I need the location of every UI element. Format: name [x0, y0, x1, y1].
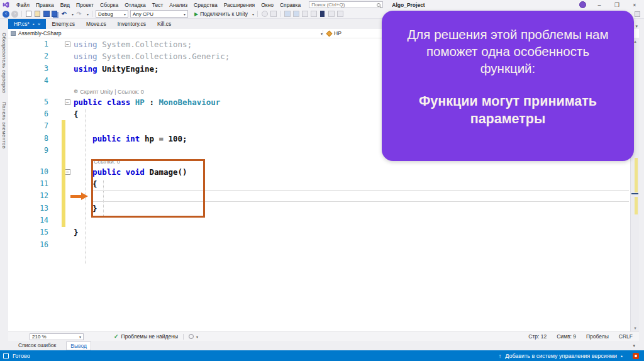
- uncomment-icon[interactable]: [310, 11, 317, 18]
- panel-collapse-icon[interactable]: ▾: [633, 343, 635, 348]
- menu-item-2[interactable]: Вид: [57, 2, 73, 8]
- menu-item-8[interactable]: Средства: [191, 2, 221, 8]
- bookmark-icon[interactable]: [319, 11, 326, 18]
- undo-dropdown-icon[interactable]: ▾: [72, 12, 74, 16]
- account-avatar[interactable]: [579, 1, 586, 8]
- tab-move-cs[interactable]: Move.cs: [80, 19, 112, 29]
- fold-column: [56, 226, 74, 238]
- tab-inventory-cs[interactable]: Inventory.cs: [112, 19, 152, 29]
- code-text: public int hp = 100;: [74, 133, 187, 145]
- line-number: 4: [8, 75, 56, 87]
- tab-overflow-icon[interactable]: ▾: [635, 24, 638, 29]
- code-health-icon[interactable]: [189, 334, 194, 339]
- attach-to-unity-button[interactable]: Подключить к Unity: [200, 11, 248, 17]
- project-dropdown[interactable]: Assembly-CSharp ▾: [8, 30, 323, 36]
- indent-increase-icon[interactable]: [284, 11, 291, 18]
- eol-mode[interactable]: CRLF: [619, 333, 633, 340]
- chevron-up-icon[interactable]: ▴: [621, 353, 623, 358]
- scroll-down-icon[interactable]: ▾: [631, 326, 639, 331]
- navigate-forward-icon[interactable]: ›: [11, 11, 18, 18]
- run-dropdown-icon[interactable]: ▾: [252, 12, 254, 16]
- send-feedback-icon[interactable]: [635, 11, 640, 17]
- code-line-16: 16: [8, 239, 630, 251]
- line-number: 11: [8, 178, 56, 190]
- platform-dropdown[interactable]: Any CPU ▾: [130, 10, 188, 18]
- line-number: 8: [8, 133, 56, 145]
- fold-column: [56, 63, 74, 75]
- next-bookmark-icon[interactable]: [336, 11, 343, 18]
- fold-collapse-icon[interactable]: −: [65, 169, 70, 175]
- panel-tab--[interactable]: Список ошибок: [14, 342, 60, 350]
- line-number: 13: [8, 203, 56, 214]
- fold-column: −: [56, 96, 74, 108]
- tab-enemy-cs[interactable]: Enemy.cs: [46, 19, 80, 29]
- menu-item-4[interactable]: Сборка: [97, 2, 121, 8]
- menu-item-7[interactable]: Анализ: [166, 2, 191, 8]
- menu-item-5[interactable]: Отладка: [121, 2, 149, 8]
- menu-item-6[interactable]: Тест: [149, 2, 167, 8]
- notifications-icon[interactable]: [633, 353, 639, 359]
- code-token: using: [74, 52, 97, 61]
- tab-kill-cs[interactable]: Kill.cs: [152, 19, 177, 29]
- menu-item-1[interactable]: Правка: [33, 2, 57, 8]
- code-token: public int: [92, 134, 140, 143]
- run-play-icon[interactable]: ▶: [194, 11, 198, 17]
- menu-item-9[interactable]: Расширения: [221, 2, 258, 8]
- pin-icon[interactable]: ▪: [33, 21, 35, 27]
- minimize-button[interactable]: –: [595, 2, 604, 8]
- undo-icon[interactable]: ↶: [60, 11, 67, 18]
- menu-item-3[interactable]: Проект: [73, 2, 97, 8]
- navigate-back-icon[interactable]: ‹: [3, 11, 9, 18]
- push-icon: ↑: [499, 353, 502, 359]
- close-tab-icon[interactable]: ×: [38, 21, 41, 27]
- sidebar-tab-0[interactable]: Обозреватель серверов: [1, 33, 7, 93]
- line-number: 10: [8, 166, 56, 178]
- fold-collapse-icon[interactable]: −: [65, 99, 70, 105]
- scrollbar-change-mark: [635, 158, 638, 192]
- window-title: Algo_Project: [392, 2, 425, 8]
- zoom-dropdown[interactable]: 210 % ▾: [30, 333, 84, 340]
- redo-dropdown-icon[interactable]: ▾: [87, 12, 89, 16]
- fold-column: −: [56, 38, 74, 50]
- scrollbar-change-mark: [635, 197, 638, 214]
- search-input[interactable]: Поиск (Ctrl+Q): [309, 1, 383, 8]
- indent-mode[interactable]: Пробелы: [586, 333, 609, 340]
- code-line-15: 15}: [8, 226, 630, 238]
- chevron-down-icon[interactable]: ▾: [196, 335, 198, 339]
- maximize-button[interactable]: ❐: [613, 2, 621, 8]
- line-number: 14: [8, 214, 56, 226]
- configuration-dropdown[interactable]: Debug ▾: [96, 10, 128, 18]
- comment-icon[interactable]: [301, 11, 308, 18]
- add-to-source-control-button[interactable]: Добавить в систему управления версиями: [505, 353, 617, 359]
- hot-reload-icon[interactable]: [261, 11, 268, 18]
- line-number: 16: [8, 239, 56, 251]
- save-all-icon[interactable]: [52, 11, 58, 18]
- caret-column: Симв: 9: [557, 333, 576, 340]
- background-tasks-icon[interactable]: [3, 353, 9, 358]
- menu-item-10[interactable]: Окно: [258, 2, 277, 8]
- menu-item-0[interactable]: Файл: [13, 2, 33, 8]
- save-icon[interactable]: [43, 11, 50, 18]
- scrollbar-caret-mark: [631, 193, 638, 194]
- line-number: 1: [8, 38, 56, 50]
- code-text: public class HP : MonoBehaviour: [74, 96, 220, 108]
- open-file-icon[interactable]: [34, 11, 41, 18]
- breakpoints-window-icon[interactable]: [270, 11, 277, 18]
- prev-bookmark-icon[interactable]: [328, 11, 335, 18]
- csharp-project-icon: [11, 31, 16, 36]
- tab-hp-cs-[interactable]: HP.cs*▪×: [8, 19, 46, 29]
- indent-decrease-icon[interactable]: [292, 11, 299, 18]
- code-token: }: [74, 228, 79, 237]
- line-number: 12: [8, 190, 56, 202]
- panel-tab--[interactable]: Вывод: [66, 342, 91, 350]
- sidebar-tab-1[interactable]: Панель элементов: [1, 102, 7, 148]
- line-number: 9: [8, 145, 56, 157]
- close-button[interactable]: ×: [630, 2, 639, 8]
- fold-collapse-icon[interactable]: −: [65, 42, 70, 47]
- new-file-icon[interactable]: [25, 11, 32, 18]
- line-number: 6: [8, 108, 56, 120]
- type-dropdown[interactable]: HP: [323, 30, 341, 36]
- redo-icon[interactable]: ↷: [75, 11, 82, 18]
- menu-item-11[interactable]: Справка: [277, 2, 304, 8]
- code-token: public class: [74, 97, 130, 107]
